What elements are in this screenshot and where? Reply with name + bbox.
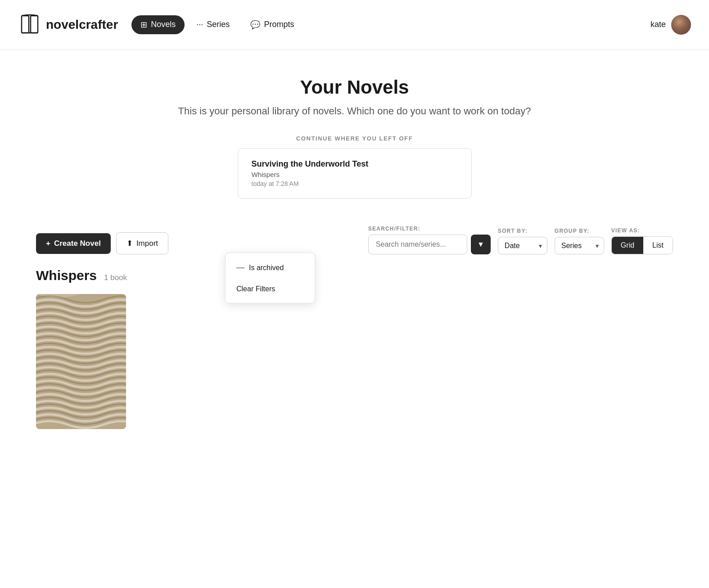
group-label: GROUP BY: [555, 228, 604, 234]
filter-icon: ▼ [477, 240, 484, 249]
series-header: Whispers 1 book [36, 268, 673, 283]
sort-label: SORT BY: [498, 228, 547, 234]
cover-pattern-svg [36, 294, 126, 429]
user-name: kate [650, 20, 666, 29]
logo-text: novelcrafter [46, 18, 118, 32]
sort-select-wrapper: Date Title Created [498, 237, 547, 254]
dots-icon: ··· [196, 20, 203, 29]
view-list-button[interactable]: List [643, 237, 673, 254]
view-as-group: VIEW AS: Grid List [611, 227, 673, 254]
grid-icon: ⊞ [140, 20, 147, 30]
continue-novel-title: Surviving the Underworld Test [252, 159, 458, 169]
group-select-wrapper: Series None [555, 237, 604, 254]
series-name: Whispers [36, 268, 97, 283]
group-select[interactable]: Series None [555, 237, 604, 254]
clear-filters-label: Clear Filters [236, 285, 275, 293]
import-label: Import [136, 239, 158, 248]
continue-label: CONTINUE WHERE YOU LEFT OFF [296, 135, 413, 142]
page-title: Your Novels [36, 77, 673, 98]
navbar: novelcrafter ⊞ Novels ··· Series 💬 Promp… [0, 0, 709, 50]
nav-novels[interactable]: ⊞ Novels [131, 15, 185, 34]
chat-icon: 💬 [250, 20, 260, 30]
nav-series-label: Series [207, 20, 230, 29]
view-as-label: VIEW AS: [611, 227, 673, 234]
create-novel-button[interactable]: + Create Novel [36, 233, 111, 254]
filter-archived-item[interactable]: — Is archived [226, 257, 315, 279]
page-subtitle: This is your personal library of novels.… [36, 105, 673, 117]
book-card[interactable] [36, 294, 126, 429]
search-row: ▼ [368, 235, 491, 254]
continue-section: CONTINUE WHERE YOU LEFT OFF Surviving th… [36, 135, 673, 199]
search-filter-group: SEARCH/FILTER: ▼ [368, 226, 491, 254]
filter-dropdown: — Is archived Clear Filters [225, 253, 315, 303]
toolbar-left: + Create Novel ⬆ Import [36, 232, 168, 254]
dash-icon: — [236, 263, 244, 272]
nav-user: kate [650, 15, 691, 35]
logo[interactable]: novelcrafter [18, 13, 118, 36]
filter-clear-item[interactable]: Clear Filters [226, 279, 315, 299]
sort-group: SORT BY: Date Title Created [498, 228, 547, 254]
import-button[interactable]: ⬆ Import [116, 232, 168, 254]
nav-series[interactable]: ··· Series [187, 15, 239, 34]
nav-prompts[interactable]: 💬 Prompts [241, 15, 303, 34]
continue-series: Whispers [252, 171, 458, 178]
nav-items: ⊞ Novels ··· Series 💬 Prompts [131, 15, 650, 34]
series-group-whispers: Whispers 1 book [36, 268, 673, 429]
logo-icon [18, 13, 41, 36]
main-content: Your Novels This is your personal librar… [0, 50, 709, 465]
series-count: 1 book [104, 273, 127, 282]
search-filter-label: SEARCH/FILTER: [368, 226, 491, 232]
svg-rect-1 [31, 16, 38, 33]
toolbar: + Create Novel ⬆ Import SEARCH/FILTER: ▼ [36, 226, 673, 254]
nav-prompts-label: Prompts [264, 20, 294, 29]
continue-card[interactable]: Surviving the Underworld Test Whispers t… [238, 148, 472, 199]
view-toggle: Grid List [611, 236, 673, 254]
create-novel-label: Create Novel [54, 239, 101, 248]
import-icon: ⬆ [126, 239, 133, 248]
avatar-image [671, 15, 691, 35]
filter-archived-label: Is archived [249, 264, 284, 272]
book-grid [36, 294, 673, 429]
plus-icon: + [46, 239, 50, 248]
toolbar-right: SEARCH/FILTER: ▼ SORT BY: Date Title Cre… [368, 226, 673, 254]
sort-select[interactable]: Date Title Created [498, 237, 547, 254]
nav-novels-label: Novels [151, 20, 176, 29]
avatar[interactable] [671, 15, 691, 35]
filter-button[interactable]: ▼ [471, 235, 491, 254]
group-group: GROUP BY: Series None [555, 228, 604, 254]
book-cover [36, 294, 126, 429]
search-input[interactable] [368, 235, 467, 254]
continue-time: today at 7:28 AM [252, 180, 458, 187]
svg-rect-0 [22, 16, 29, 33]
view-grid-button[interactable]: Grid [612, 237, 643, 254]
